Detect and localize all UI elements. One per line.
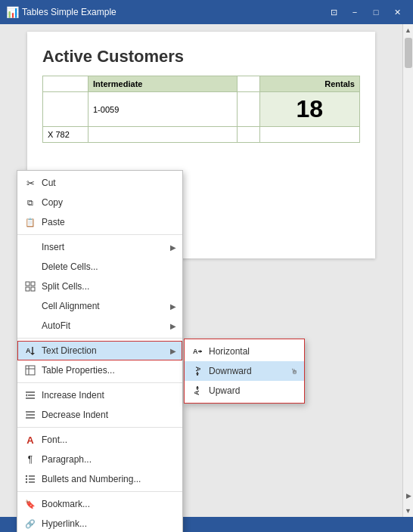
paragraph-icon: ¶ — [23, 453, 37, 466]
context-menu-cut[interactable]: ✂ Cut — [17, 173, 182, 193]
scroll-down-button[interactable]: ▼ — [403, 505, 414, 517]
table-row: X 782 — [43, 127, 360, 143]
submenu-horizontal[interactable]: A Horizontal — [185, 342, 304, 361]
insert-arrow-icon: ▶ — [170, 243, 176, 252]
restore-button[interactable]: ⊡ — [324, 5, 343, 20]
paste-icon: 📋 — [23, 215, 37, 229]
svg-rect-53 — [26, 282, 30, 286]
insert-icon — [23, 240, 37, 254]
svg-marker-62 — [200, 350, 202, 353]
table-cell — [237, 127, 259, 143]
horizontal-icon: A — [191, 345, 204, 358]
bookmark-icon: 🔖 — [23, 497, 37, 511]
autofit-ctx-label: AutoFit — [42, 320, 166, 331]
upward-icon: A — [191, 384, 204, 397]
submenu-upward[interactable]: A Upward — [185, 381, 304, 401]
table-cell — [259, 127, 359, 143]
scroll-right-button[interactable]: ▶ — [403, 490, 413, 502]
bullets-icon — [23, 472, 37, 486]
app-icon: 📊 — [6, 6, 19, 18]
paste-label: Paste — [42, 217, 176, 227]
context-menu-text-direction-item[interactable]: A Text Direction ▶ — [17, 341, 182, 360]
table-cell: X 782 — [43, 127, 88, 143]
document-table: Intermediate Rentals 1-0059 18 X 782 — [42, 76, 360, 143]
table-cell: Rentals — [259, 76, 359, 92]
cut-label: Cut — [42, 178, 176, 188]
delete-cells-label: Delete Cells... — [42, 261, 176, 272]
cell-alignment-arrow-icon: ▶ — [170, 302, 176, 311]
upward-label: Upward — [209, 385, 298, 396]
context-menu-font[interactable]: A Font... — [17, 430, 182, 450]
downward-icon: A — [191, 364, 204, 378]
svg-point-80 — [26, 475, 27, 477]
text-direction-ctx-icon: A — [23, 344, 37, 357]
font-icon: A — [23, 433, 37, 447]
hyperlink-label: Hyperlink... — [42, 518, 176, 529]
document-title: Active Customers — [42, 47, 360, 66]
context-menu-bullets[interactable]: Bullets and Numbering... — [17, 469, 182, 489]
downward-label: Downward — [209, 366, 286, 376]
cell-alignment-label: Cell Alignment — [42, 301, 166, 311]
context-menu-increase-indent[interactable]: Increase Indent — [17, 385, 182, 405]
autofit-arrow-icon: ▶ — [170, 322, 176, 330]
table-row: Intermediate Rentals — [43, 76, 360, 92]
decrease-indent-label: Decrease Indent — [42, 410, 176, 420]
window-controls: ⊡ − □ ✕ — [324, 5, 407, 20]
context-menu-paste[interactable]: 📋 Paste — [17, 212, 182, 232]
svg-rect-69 — [26, 366, 35, 375]
vertical-scrollbar[interactable]: ▲ ▼ ▶ — [402, 24, 413, 517]
scroll-up-button[interactable]: ▲ — [403, 24, 414, 36]
scrollbar-thumb[interactable] — [405, 38, 412, 68]
table-cell — [237, 92, 259, 127]
context-menu-bookmark[interactable]: 🔖 Bookmark... — [17, 494, 182, 514]
table-properties-label: Table Properties... — [42, 365, 176, 376]
text-direction-ctx-label: Text Direction — [42, 345, 166, 356]
svg-point-84 — [26, 481, 27, 483]
cut-icon: ✂ — [23, 176, 37, 190]
table-row: 1-0059 18 — [43, 92, 360, 127]
split-cells-ctx-icon — [23, 280, 37, 293]
maximize-button[interactable]: □ — [366, 5, 386, 20]
context-menu-delete-cells[interactable]: Delete Cells... — [17, 257, 182, 277]
context-menu-cell-alignment[interactable]: Cell Alignment ▶ — [17, 296, 182, 316]
context-menu-split-cells[interactable]: Split Cells... — [17, 277, 182, 296]
svg-marker-65 — [196, 373, 199, 376]
minimize-button[interactable]: − — [345, 5, 365, 20]
context-menu-insert[interactable]: Insert ▶ — [17, 237, 182, 257]
scrollbar-track[interactable] — [403, 36, 413, 505]
increase-indent-icon — [23, 388, 37, 402]
insert-label: Insert — [42, 242, 166, 252]
table-cell — [237, 76, 259, 92]
svg-rect-55 — [26, 287, 30, 291]
table-cell — [43, 92, 88, 127]
separator-2 — [17, 338, 182, 339]
context-menu-autofit[interactable]: AutoFit ▶ — [17, 316, 182, 336]
bookmark-label: Bookmark... — [42, 499, 176, 509]
context-menu-decrease-indent[interactable]: Decrease Indent — [17, 405, 182, 425]
title-bar: 📊 Tables Simple Example ⊡ − □ ✕ — [0, 0, 413, 24]
decrease-indent-icon — [23, 408, 37, 422]
table-cell — [43, 76, 88, 92]
table-cell: Intermediate — [88, 76, 238, 92]
bullets-label: Bullets and Numbering... — [42, 474, 176, 484]
separator-5 — [17, 491, 182, 492]
table-cell: 18 — [259, 92, 359, 127]
hover-cursor-icon: 🖱 — [290, 367, 298, 376]
table-cell — [88, 127, 238, 143]
cell-alignment-icon — [23, 299, 37, 313]
context-menu-table-properties[interactable]: Table Properties... — [17, 360, 182, 380]
svg-marker-75 — [26, 394, 27, 397]
submenu-downward[interactable]: A Downward 🖱 — [185, 361, 304, 381]
separator-4 — [17, 427, 182, 428]
svg-point-82 — [26, 478, 27, 480]
context-menu-paragraph[interactable]: ¶ Paragraph... — [17, 450, 182, 469]
copy-label: Copy — [42, 197, 176, 208]
window-title: Tables Simple Example — [22, 7, 324, 17]
paragraph-label: Paragraph... — [42, 454, 176, 465]
close-button[interactable]: ✕ — [387, 5, 407, 20]
context-menu-copy[interactable]: ⧉ Copy — [17, 193, 182, 212]
increase-indent-label: Increase Indent — [42, 390, 176, 401]
context-menu-hyperlink[interactable]: 🔗 Hyperlink... — [17, 514, 182, 532]
svg-rect-56 — [31, 287, 35, 291]
table-cell: 1-0059 — [88, 92, 238, 127]
